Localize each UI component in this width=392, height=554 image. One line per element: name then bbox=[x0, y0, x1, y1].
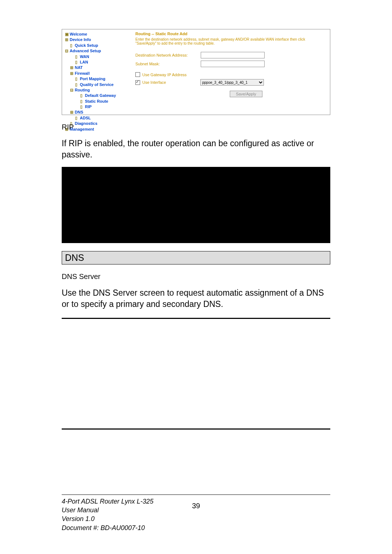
tree-lan[interactable]: ▯LAN bbox=[65, 59, 130, 65]
page-number: 39 bbox=[192, 502, 200, 510]
rip-text: If RIP is enabled, the router operation … bbox=[62, 138, 330, 160]
save-apply-button[interactable]: Save/Apply bbox=[230, 91, 262, 97]
static-route-panel: Routing -- Static Route Add Enter the de… bbox=[132, 29, 330, 115]
tree-device-info[interactable]: ⊞Device Info bbox=[65, 37, 130, 42]
tree-qos[interactable]: ▯Quality of Service bbox=[65, 82, 130, 87]
tree-adsl[interactable]: ▯ADSL bbox=[65, 115, 130, 121]
page-footer: 4-Port ADSL Router Lynx L-325 User Manua… bbox=[62, 495, 330, 532]
tree-dns[interactable]: ⊞DNS bbox=[65, 110, 130, 115]
figure-rule-bottom bbox=[62, 428, 330, 430]
subnet-mask-label: Subnet Mask: bbox=[135, 62, 201, 66]
panel-desc: Enter the destination network address, s… bbox=[135, 37, 326, 45]
dest-network-input[interactable] bbox=[201, 52, 265, 58]
tree-nat[interactable]: ⊞NAT bbox=[65, 65, 130, 70]
screenshot-static-route: ▣Welcome ⊞Device Info ▯Quick Setup ⊟Adva… bbox=[62, 29, 330, 115]
tree-static-route[interactable]: ▯Static Route bbox=[65, 99, 130, 104]
footer-rule bbox=[62, 495, 330, 495]
dest-network-label: Destination Network Address: bbox=[135, 53, 201, 57]
tree-port-mapping[interactable]: ▯Port Mapping bbox=[65, 76, 130, 82]
dns-section-bar: DNS bbox=[62, 251, 330, 264]
use-interface-label: Use Interface bbox=[142, 80, 200, 85]
nav-tree: ▣Welcome ⊞Device Info ▯Quick Setup ⊟Adva… bbox=[62, 29, 132, 115]
tree-welcome[interactable]: ▣Welcome bbox=[65, 32, 130, 37]
interface-select[interactable]: pppoe_3_40_1/ppp_3_40_1 bbox=[200, 79, 264, 86]
use-interface-checkbox[interactable] bbox=[135, 80, 140, 85]
footer-line-4: Document #: BD-AU0007-10 bbox=[62, 524, 330, 532]
tree-quick-setup[interactable]: ▯Quick Setup bbox=[65, 43, 130, 48]
dns-server-text: Use the DNS Server screen to request aut… bbox=[62, 287, 330, 310]
tree-rip[interactable]: ▯RIP bbox=[65, 104, 130, 110]
use-gateway-checkbox[interactable] bbox=[135, 72, 140, 77]
tree-management[interactable]: ⊞Management bbox=[65, 127, 130, 132]
tree-wan[interactable]: ▯WAN bbox=[65, 54, 130, 59]
panel-title: Routing -- Static Route Add bbox=[135, 32, 326, 36]
footer-line-3: Version 1.0 bbox=[62, 514, 330, 523]
tree-diagnostics[interactable]: ▯Diagnostics bbox=[65, 121, 130, 126]
subnet-mask-input[interactable] bbox=[201, 61, 265, 67]
tree-advanced-setup[interactable]: ⊟Advanced Setup bbox=[65, 48, 130, 54]
dns-server-heading: DNS Server bbox=[62, 272, 330, 281]
use-gateway-label: Use Gateway IP Address bbox=[142, 73, 187, 77]
tree-routing[interactable]: ⊟Routing bbox=[65, 87, 130, 93]
tree-default-gateway[interactable]: ▯Default Gateway bbox=[65, 93, 130, 98]
tree-firewall[interactable]: ⊞Firewall bbox=[65, 71, 130, 76]
screenshot-rip-config bbox=[62, 167, 330, 243]
blank-figure-area bbox=[62, 319, 330, 420]
